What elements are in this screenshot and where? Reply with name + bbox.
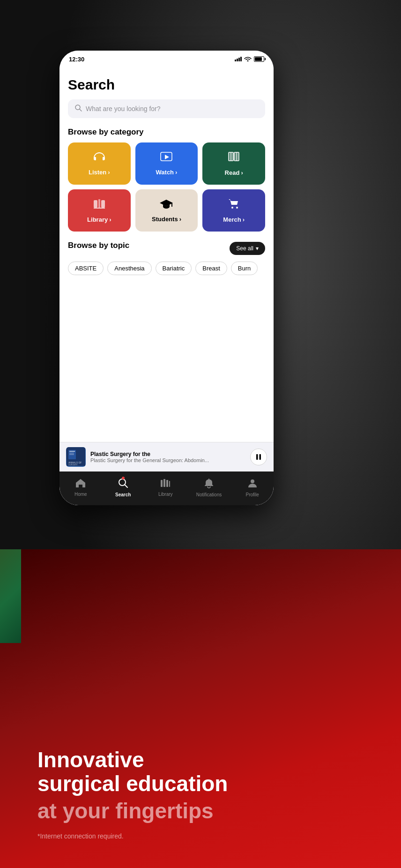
category-card-read[interactable]: Read › [202, 142, 265, 185]
now-playing-bar[interactable]: ANNALS OF SURGERY Plastic Surgery for th… [59, 442, 274, 471]
category-grid: Listen › Watch › [68, 142, 265, 232]
svg-point-15 [236, 207, 238, 209]
search-icon [74, 104, 82, 113]
notifications-nav-label: Notifications [196, 492, 222, 497]
topic-chips: ABSITE Anesthesia Bariatric Breast Burn [68, 262, 265, 275]
svg-point-31 [251, 479, 254, 483]
play-icon [160, 152, 172, 165]
home-icon [75, 479, 86, 490]
battery-icon [254, 56, 264, 62]
browse-topic-title: Browse by topic [68, 241, 129, 250]
svg-marker-12 [160, 200, 173, 206]
svg-rect-20 [69, 454, 74, 455]
svg-rect-19 [69, 453, 74, 454]
search-nav-label: Search [115, 492, 131, 497]
svg-rect-28 [163, 479, 165, 487]
listen-label: Listen › [89, 169, 110, 176]
svg-rect-24 [260, 454, 261, 460]
svg-rect-27 [161, 480, 163, 487]
profile-nav-label: Profile [246, 492, 259, 497]
promo-image-overlay [0, 549, 21, 643]
status-icons [235, 56, 264, 63]
headphones-icon [93, 152, 106, 165]
watch-label: Watch › [156, 169, 178, 176]
person-icon [248, 478, 257, 491]
svg-marker-3 [165, 155, 169, 159]
svg-point-14 [231, 207, 233, 209]
nav-item-notifications[interactable]: Notifications [196, 478, 222, 497]
phone-frame: 12:30 Search [59, 51, 274, 505]
status-bar: 12:30 [59, 51, 274, 67]
notification-dot [122, 477, 125, 479]
merch-label: Merch › [223, 216, 245, 223]
search-bar[interactable]: What are you looking for? [68, 99, 265, 118]
svg-rect-9 [98, 199, 100, 208]
now-playing-info: Plastic Surgery for the Plastic Surgery … [90, 451, 245, 463]
svg-rect-6 [230, 152, 231, 161]
category-card-students[interactable]: Students › [135, 189, 198, 232]
promo-note: *Internet connection required. [37, 832, 382, 840]
library-nav-label: Library [158, 492, 173, 497]
topic-chip-burn[interactable]: Burn [231, 262, 258, 275]
home-nav-label: Home [74, 492, 87, 497]
library-nav-icon [160, 479, 171, 490]
category-card-library[interactable]: Library › [68, 189, 131, 232]
read-label: Read › [225, 169, 243, 176]
library-label: Library › [87, 216, 111, 223]
svg-text:SURGERY: SURGERY [68, 464, 78, 466]
app-content: Search What are you looking for? Browse … [59, 67, 274, 505]
search-nav-container [118, 478, 128, 491]
category-card-merch[interactable]: Merch › [202, 189, 265, 232]
svg-rect-23 [256, 454, 258, 460]
topic-chip-anesthesia[interactable]: Anesthesia [107, 262, 151, 275]
pause-button[interactable] [250, 449, 267, 465]
signal-icon [235, 57, 242, 61]
main-scroll: Search What are you looking for? Browse … [59, 67, 274, 442]
promo-line1: Innovative surgical education [37, 748, 382, 795]
nav-item-home[interactable]: Home [69, 479, 92, 497]
svg-line-1 [80, 109, 82, 111]
now-playing-thumbnail: ANNALS OF SURGERY [66, 447, 86, 467]
search-placeholder: What are you looking for? [86, 105, 161, 112]
now-playing-title: Plastic Surgery for the [90, 451, 245, 457]
wifi-icon [244, 56, 252, 63]
graduation-icon [160, 199, 173, 212]
svg-rect-10 [101, 200, 105, 208]
bottom-nav: Home Search [59, 471, 274, 505]
now-playing-subtitle: Plastic Surgery for the General Surgeon:… [90, 457, 245, 463]
promo-line3: at your fingertips [37, 799, 382, 823]
svg-line-26 [125, 485, 127, 487]
cart-icon [228, 198, 240, 212]
nav-item-search[interactable]: Search [111, 478, 135, 497]
category-card-watch[interactable]: Watch › [135, 142, 198, 185]
svg-rect-29 [166, 480, 168, 487]
page-title: Search [68, 77, 265, 93]
library-icon [93, 198, 106, 212]
book-icon [228, 151, 240, 165]
svg-rect-7 [236, 152, 237, 161]
svg-rect-8 [94, 200, 97, 208]
status-time: 12:30 [69, 56, 84, 63]
browse-category-title: Browse by category [68, 127, 265, 137]
students-label: Students › [152, 216, 181, 223]
promo-text-block: Innovative surgical education at your fi… [37, 748, 382, 840]
category-card-listen[interactable]: Listen › [68, 142, 131, 185]
chevron-down-icon: ▾ [256, 245, 259, 252]
svg-rect-18 [69, 451, 75, 452]
nav-item-library[interactable]: Library [154, 479, 177, 497]
topic-chip-bariatric[interactable]: Bariatric [156, 262, 192, 275]
promo-section: Innovative surgical education at your fi… [0, 549, 401, 868]
nav-item-profile[interactable]: Profile [241, 478, 264, 497]
search-nav-icon [118, 480, 128, 490]
see-all-label: See all [236, 245, 253, 252]
browse-topic-header: Browse by topic See all ▾ [68, 241, 265, 256]
topic-chip-absite[interactable]: ABSITE [68, 262, 104, 275]
see-all-button[interactable]: See all ▾ [230, 242, 265, 255]
topic-chip-breast[interactable]: Breast [195, 262, 227, 275]
bell-icon [204, 478, 214, 491]
svg-rect-30 [169, 481, 170, 487]
